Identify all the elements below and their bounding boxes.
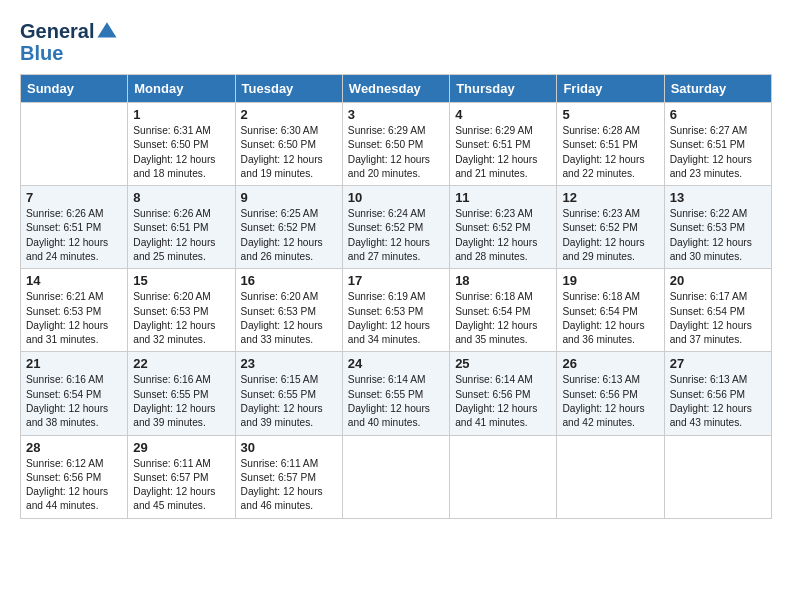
- day-info: Sunrise: 6:15 AMSunset: 6:55 PMDaylight:…: [241, 374, 323, 428]
- calendar-day-cell: 27 Sunrise: 6:13 AMSunset: 6:56 PMDaylig…: [664, 352, 771, 435]
- day-info: Sunrise: 6:22 AMSunset: 6:53 PMDaylight:…: [670, 208, 752, 262]
- calendar-day-cell: [450, 435, 557, 518]
- day-number: 10: [348, 190, 444, 205]
- calendar-day-cell: 17 Sunrise: 6:19 AMSunset: 6:53 PMDaylig…: [342, 269, 449, 352]
- day-info: Sunrise: 6:19 AMSunset: 6:53 PMDaylight:…: [348, 291, 430, 345]
- day-info: Sunrise: 6:12 AMSunset: 6:56 PMDaylight:…: [26, 458, 108, 512]
- calendar-table: SundayMondayTuesdayWednesdayThursdayFrid…: [20, 74, 772, 519]
- logo-blue: Blue: [20, 42, 63, 64]
- calendar-day-cell: 29 Sunrise: 6:11 AMSunset: 6:57 PMDaylig…: [128, 435, 235, 518]
- calendar-day-cell: 11 Sunrise: 6:23 AMSunset: 6:52 PMDaylig…: [450, 186, 557, 269]
- day-number: 15: [133, 273, 229, 288]
- calendar-day-cell: 18 Sunrise: 6:18 AMSunset: 6:54 PMDaylig…: [450, 269, 557, 352]
- calendar-day-cell: 1 Sunrise: 6:31 AMSunset: 6:50 PMDayligh…: [128, 103, 235, 186]
- day-number: 16: [241, 273, 337, 288]
- day-number: 24: [348, 356, 444, 371]
- page-header: General Blue: [20, 20, 772, 64]
- calendar-day-cell: [557, 435, 664, 518]
- day-number: 8: [133, 190, 229, 205]
- day-number: 28: [26, 440, 122, 455]
- logo-triangle-icon: [96, 20, 118, 42]
- day-number: 18: [455, 273, 551, 288]
- calendar-week-row: 14 Sunrise: 6:21 AMSunset: 6:53 PMDaylig…: [21, 269, 772, 352]
- day-number: 6: [670, 107, 766, 122]
- logo: General Blue: [20, 20, 118, 64]
- day-number: 19: [562, 273, 658, 288]
- day-info: Sunrise: 6:30 AMSunset: 6:50 PMDaylight:…: [241, 125, 323, 179]
- calendar-day-cell: 13 Sunrise: 6:22 AMSunset: 6:53 PMDaylig…: [664, 186, 771, 269]
- day-number: 7: [26, 190, 122, 205]
- svg-marker-0: [98, 22, 117, 37]
- calendar-header-cell: Friday: [557, 75, 664, 103]
- calendar-day-cell: [342, 435, 449, 518]
- calendar-day-cell: 16 Sunrise: 6:20 AMSunset: 6:53 PMDaylig…: [235, 269, 342, 352]
- day-number: 30: [241, 440, 337, 455]
- day-number: 13: [670, 190, 766, 205]
- day-info: Sunrise: 6:20 AMSunset: 6:53 PMDaylight:…: [133, 291, 215, 345]
- day-info: Sunrise: 6:18 AMSunset: 6:54 PMDaylight:…: [562, 291, 644, 345]
- day-info: Sunrise: 6:14 AMSunset: 6:55 PMDaylight:…: [348, 374, 430, 428]
- calendar-day-cell: 10 Sunrise: 6:24 AMSunset: 6:52 PMDaylig…: [342, 186, 449, 269]
- day-number: 25: [455, 356, 551, 371]
- day-number: 14: [26, 273, 122, 288]
- day-info: Sunrise: 6:23 AMSunset: 6:52 PMDaylight:…: [562, 208, 644, 262]
- calendar-day-cell: 4 Sunrise: 6:29 AMSunset: 6:51 PMDayligh…: [450, 103, 557, 186]
- day-info: Sunrise: 6:16 AMSunset: 6:55 PMDaylight:…: [133, 374, 215, 428]
- calendar-day-cell: 28 Sunrise: 6:12 AMSunset: 6:56 PMDaylig…: [21, 435, 128, 518]
- day-info: Sunrise: 6:24 AMSunset: 6:52 PMDaylight:…: [348, 208, 430, 262]
- day-info: Sunrise: 6:26 AMSunset: 6:51 PMDaylight:…: [133, 208, 215, 262]
- day-info: Sunrise: 6:25 AMSunset: 6:52 PMDaylight:…: [241, 208, 323, 262]
- day-number: 2: [241, 107, 337, 122]
- calendar-day-cell: 30 Sunrise: 6:11 AMSunset: 6:57 PMDaylig…: [235, 435, 342, 518]
- calendar-day-cell: 8 Sunrise: 6:26 AMSunset: 6:51 PMDayligh…: [128, 186, 235, 269]
- day-number: 29: [133, 440, 229, 455]
- day-number: 17: [348, 273, 444, 288]
- calendar-day-cell: 7 Sunrise: 6:26 AMSunset: 6:51 PMDayligh…: [21, 186, 128, 269]
- day-info: Sunrise: 6:14 AMSunset: 6:56 PMDaylight:…: [455, 374, 537, 428]
- calendar-day-cell: 24 Sunrise: 6:14 AMSunset: 6:55 PMDaylig…: [342, 352, 449, 435]
- calendar-day-cell: 25 Sunrise: 6:14 AMSunset: 6:56 PMDaylig…: [450, 352, 557, 435]
- calendar-day-cell: 6 Sunrise: 6:27 AMSunset: 6:51 PMDayligh…: [664, 103, 771, 186]
- calendar-day-cell: 22 Sunrise: 6:16 AMSunset: 6:55 PMDaylig…: [128, 352, 235, 435]
- day-number: 27: [670, 356, 766, 371]
- calendar-header-cell: Saturday: [664, 75, 771, 103]
- day-info: Sunrise: 6:20 AMSunset: 6:53 PMDaylight:…: [241, 291, 323, 345]
- day-info: Sunrise: 6:29 AMSunset: 6:50 PMDaylight:…: [348, 125, 430, 179]
- day-info: Sunrise: 6:17 AMSunset: 6:54 PMDaylight:…: [670, 291, 752, 345]
- day-info: Sunrise: 6:13 AMSunset: 6:56 PMDaylight:…: [562, 374, 644, 428]
- calendar-header-cell: Tuesday: [235, 75, 342, 103]
- calendar-week-row: 28 Sunrise: 6:12 AMSunset: 6:56 PMDaylig…: [21, 435, 772, 518]
- day-info: Sunrise: 6:18 AMSunset: 6:54 PMDaylight:…: [455, 291, 537, 345]
- calendar-header-cell: Monday: [128, 75, 235, 103]
- day-number: 12: [562, 190, 658, 205]
- day-number: 21: [26, 356, 122, 371]
- calendar-day-cell: 21 Sunrise: 6:16 AMSunset: 6:54 PMDaylig…: [21, 352, 128, 435]
- calendar-day-cell: 20 Sunrise: 6:17 AMSunset: 6:54 PMDaylig…: [664, 269, 771, 352]
- calendar-header-cell: Wednesday: [342, 75, 449, 103]
- calendar-day-cell: 15 Sunrise: 6:20 AMSunset: 6:53 PMDaylig…: [128, 269, 235, 352]
- day-number: 26: [562, 356, 658, 371]
- day-number: 11: [455, 190, 551, 205]
- calendar-week-row: 7 Sunrise: 6:26 AMSunset: 6:51 PMDayligh…: [21, 186, 772, 269]
- day-info: Sunrise: 6:28 AMSunset: 6:51 PMDaylight:…: [562, 125, 644, 179]
- day-info: Sunrise: 6:21 AMSunset: 6:53 PMDaylight:…: [26, 291, 108, 345]
- day-number: 20: [670, 273, 766, 288]
- day-number: 5: [562, 107, 658, 122]
- calendar-day-cell: 2 Sunrise: 6:30 AMSunset: 6:50 PMDayligh…: [235, 103, 342, 186]
- calendar-header-cell: Thursday: [450, 75, 557, 103]
- calendar-header-row: SundayMondayTuesdayWednesdayThursdayFrid…: [21, 75, 772, 103]
- calendar-day-cell: 14 Sunrise: 6:21 AMSunset: 6:53 PMDaylig…: [21, 269, 128, 352]
- calendar-body: 1 Sunrise: 6:31 AMSunset: 6:50 PMDayligh…: [21, 103, 772, 519]
- calendar-day-cell: [664, 435, 771, 518]
- calendar-day-cell: [21, 103, 128, 186]
- calendar-day-cell: 19 Sunrise: 6:18 AMSunset: 6:54 PMDaylig…: [557, 269, 664, 352]
- day-info: Sunrise: 6:31 AMSunset: 6:50 PMDaylight:…: [133, 125, 215, 179]
- day-number: 3: [348, 107, 444, 122]
- calendar-day-cell: 9 Sunrise: 6:25 AMSunset: 6:52 PMDayligh…: [235, 186, 342, 269]
- calendar-day-cell: 23 Sunrise: 6:15 AMSunset: 6:55 PMDaylig…: [235, 352, 342, 435]
- day-info: Sunrise: 6:26 AMSunset: 6:51 PMDaylight:…: [26, 208, 108, 262]
- day-number: 4: [455, 107, 551, 122]
- day-number: 23: [241, 356, 337, 371]
- day-info: Sunrise: 6:27 AMSunset: 6:51 PMDaylight:…: [670, 125, 752, 179]
- calendar-day-cell: 12 Sunrise: 6:23 AMSunset: 6:52 PMDaylig…: [557, 186, 664, 269]
